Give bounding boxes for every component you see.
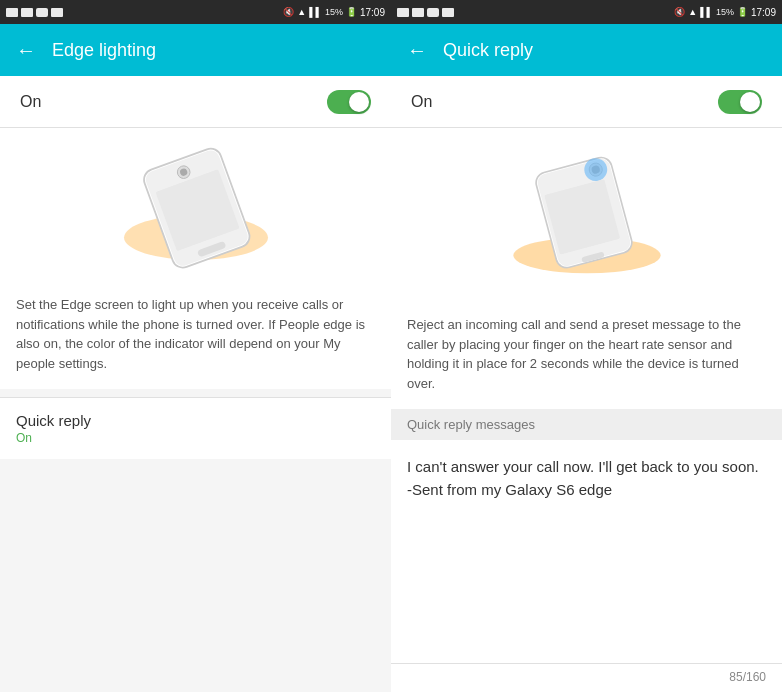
edge-lighting-header: ← Edge lighting [0,24,391,76]
envelope-icon [6,8,18,17]
battery-text: 15% [325,7,343,17]
qr-messages-header-text: Quick reply messages [407,417,535,432]
signal2-icon: ▌▌ [700,7,713,17]
quick-reply-panel: 🔇 ▲ ▌▌ 15% 🔋 17:09 ← Quick reply On [391,0,782,692]
quick-reply-desc-text: Reject an incoming call and send a prese… [407,317,741,391]
wifi2-icon: ▲ [688,7,697,17]
mute-icon: 🔇 [283,7,294,17]
envelope2-icon [397,8,409,17]
battery2-icon: 🔋 [737,7,748,17]
phone-svg-right [497,146,677,286]
edge-lighting-toggle-row: On [0,76,391,128]
status-bar-right-left: 🔇 ▲ ▌▌ 15% 🔋 17:09 [283,7,385,18]
mail3-icon [442,8,454,17]
qr-message-text: I can't answer your call now. I'll get b… [407,456,766,501]
quick-reply-toggle-row: On [391,76,782,128]
quick-reply-list-item[interactable]: Quick reply On [0,397,391,459]
qr-counter-text: 85/160 [729,670,766,684]
quick-reply-title: Quick reply [443,40,533,61]
quick-reply-list-subtitle: On [16,431,375,445]
back-button-right[interactable]: ← [407,39,427,62]
back-button-left[interactable]: ← [16,39,36,62]
quick-reply-header: ← Quick reply [391,24,782,76]
time-right: 17:09 [751,7,776,18]
edge-lighting-description: Set the Edge screen to light up when you… [0,283,391,389]
battery2-text: 15% [716,7,734,17]
status-bar-right-right: 🔇 ▲ ▌▌ 15% 🔋 17:09 [674,7,776,18]
cloud-icon [36,8,48,17]
cloud2-icon [427,8,439,17]
signal-icon: ▌▌ [309,7,322,17]
battery-icon: 🔋 [346,7,357,17]
edge-lighting-panel: 🔇 ▲ ▌▌ 15% 🔋 17:09 ← Edge lighting On [0,0,391,692]
edge-lighting-toggle[interactable] [327,90,371,114]
quick-reply-toggle-label: On [411,93,432,111]
image-icon [21,8,33,17]
phone-illustration-right [391,128,782,303]
status-bar-right: 🔇 ▲ ▌▌ 15% 🔋 17:09 [391,0,782,24]
mute2-icon: 🔇 [674,7,685,17]
qr-message-counter: 85/160 [391,664,782,692]
edge-lighting-title: Edge lighting [52,40,156,61]
edge-lighting-desc-text: Set the Edge screen to light up when you… [16,297,365,371]
time-left: 17:09 [360,7,385,18]
image2-icon [412,8,424,17]
edge-lighting-toggle-label: On [20,93,41,111]
phone-svg-left [106,136,286,276]
qr-messages-header: Quick reply messages [391,409,782,440]
wifi-icon: ▲ [297,7,306,17]
quick-reply-list-title: Quick reply [16,412,375,429]
quick-reply-description: Reject an incoming call and send a prese… [391,303,782,409]
mail2-icon [51,8,63,17]
status-icons-right [397,8,454,17]
quick-reply-toggle[interactable] [718,90,762,114]
status-bar-left: 🔇 ▲ ▌▌ 15% 🔋 17:09 [0,0,391,24]
qr-message-item[interactable]: I can't answer your call now. I'll get b… [391,440,782,664]
phone-illustration-left [0,128,391,283]
status-icons-left [6,8,63,17]
